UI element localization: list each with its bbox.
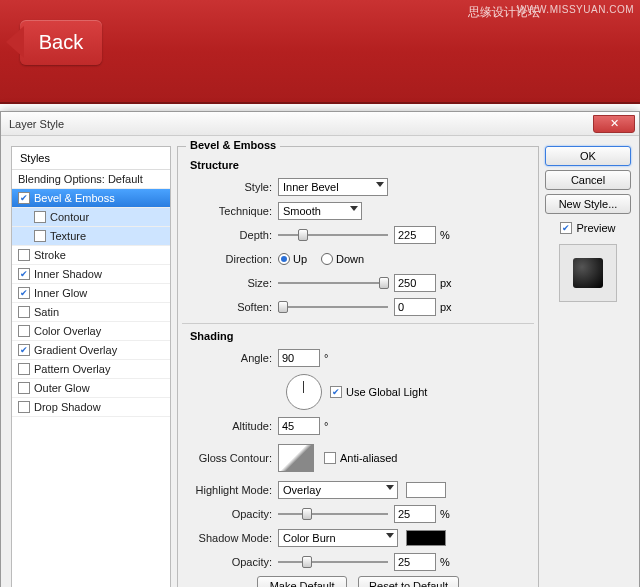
preview-checkbox[interactable] bbox=[560, 222, 572, 234]
checkbox-icon[interactable] bbox=[18, 306, 30, 318]
structure-title: Structure bbox=[190, 159, 528, 171]
new-style-button[interactable]: New Style... bbox=[545, 194, 631, 214]
make-default-button[interactable]: Make Default bbox=[257, 576, 347, 587]
style-row-gradient-overlay[interactable]: Gradient Overlay bbox=[12, 341, 170, 360]
group-title: Bevel & Emboss bbox=[186, 139, 280, 151]
highlight-opacity-slider[interactable] bbox=[278, 507, 388, 521]
highlight-mode-select[interactable]: Overlay bbox=[278, 481, 398, 499]
dialog-buttons: OK Cancel New Style... Preview bbox=[545, 146, 631, 587]
chevron-down-icon bbox=[386, 533, 394, 538]
checkbox-icon[interactable] bbox=[34, 230, 46, 242]
checkbox-icon[interactable] bbox=[18, 344, 30, 356]
soften-slider[interactable] bbox=[278, 300, 388, 314]
checkbox-icon[interactable] bbox=[18, 401, 30, 413]
direction-down-radio[interactable] bbox=[321, 253, 333, 265]
style-row-texture[interactable]: Texture bbox=[12, 227, 170, 246]
tutorial-banner: Back 思缘设计论坛 WWW.MISSYUAN.COM bbox=[0, 0, 640, 104]
styles-list: Styles Blending Options: Default Bevel &… bbox=[11, 146, 171, 587]
checkbox-icon[interactable] bbox=[34, 211, 46, 223]
chevron-down-icon bbox=[350, 206, 358, 211]
highlight-opacity-input[interactable]: 25 bbox=[394, 505, 436, 523]
style-row-color-overlay[interactable]: Color Overlay bbox=[12, 322, 170, 341]
layer-style-dialog: Layer Style ✕ Styles Blending Options: D… bbox=[0, 111, 640, 587]
settings-panel: Bevel & Emboss Structure Style:Inner Bev… bbox=[177, 146, 539, 587]
size-input[interactable]: 250 bbox=[394, 274, 436, 292]
gloss-contour-picker[interactable] bbox=[278, 444, 314, 472]
angle-dial[interactable] bbox=[286, 374, 322, 410]
soften-input[interactable]: 0 bbox=[394, 298, 436, 316]
gloss-label: Gloss Contour: bbox=[188, 452, 278, 464]
depth-label: Depth: bbox=[188, 229, 278, 241]
ok-button[interactable]: OK bbox=[545, 146, 631, 166]
styles-header[interactable]: Styles bbox=[12, 147, 170, 170]
dialog-title: Layer Style bbox=[1, 118, 64, 130]
shadow-opacity-label: Opacity: bbox=[188, 556, 278, 568]
checkbox-icon[interactable] bbox=[18, 268, 30, 280]
size-slider[interactable] bbox=[278, 276, 388, 290]
checkbox-icon[interactable] bbox=[18, 325, 30, 337]
direction-label: Direction: bbox=[188, 253, 278, 265]
style-row-inner-shadow[interactable]: Inner Shadow bbox=[12, 265, 170, 284]
reset-default-button[interactable]: Reset to Default bbox=[358, 576, 459, 587]
titlebar: Layer Style ✕ bbox=[1, 112, 639, 136]
style-row-satin[interactable]: Satin bbox=[12, 303, 170, 322]
close-button[interactable]: ✕ bbox=[593, 115, 635, 133]
angle-label: Angle: bbox=[188, 352, 278, 364]
size-label: Size: bbox=[188, 277, 278, 289]
cancel-button[interactable]: Cancel bbox=[545, 170, 631, 190]
highlight-color-swatch[interactable] bbox=[406, 482, 446, 498]
checkbox-icon[interactable] bbox=[18, 249, 30, 261]
altitude-input[interactable]: 45 bbox=[278, 417, 320, 435]
shading-title: Shading bbox=[190, 330, 528, 342]
close-icon: ✕ bbox=[610, 117, 619, 129]
shadow-mode-select[interactable]: Color Burn bbox=[278, 529, 398, 547]
style-row-contour[interactable]: Contour bbox=[12, 208, 170, 227]
chevron-down-icon bbox=[376, 182, 384, 187]
highlight-opacity-label: Opacity: bbox=[188, 508, 278, 520]
style-row-pattern-overlay[interactable]: Pattern Overlay bbox=[12, 360, 170, 379]
bevel-group: Bevel & Emboss Structure Style:Inner Bev… bbox=[177, 146, 539, 587]
checkbox-icon[interactable] bbox=[18, 382, 30, 394]
shadow-color-swatch[interactable] bbox=[406, 530, 446, 546]
chevron-down-icon bbox=[386, 485, 394, 490]
style-row-outer-glow[interactable]: Outer Glow bbox=[12, 379, 170, 398]
shadow-opacity-slider[interactable] bbox=[278, 555, 388, 569]
technique-select[interactable]: Smooth bbox=[278, 202, 362, 220]
checkbox-icon[interactable] bbox=[18, 287, 30, 299]
depth-slider[interactable] bbox=[278, 228, 388, 242]
preview-thumbnail bbox=[559, 244, 617, 302]
altitude-label: Altitude: bbox=[188, 420, 278, 432]
technique-label: Technique: bbox=[188, 205, 278, 217]
angle-input[interactable]: 90 bbox=[278, 349, 320, 367]
checkbox-icon[interactable] bbox=[18, 363, 30, 375]
depth-input[interactable]: 225 bbox=[394, 226, 436, 244]
style-row-bevel[interactable]: Bevel & Emboss bbox=[12, 189, 170, 208]
back-button: Back bbox=[20, 20, 102, 65]
global-light-checkbox[interactable] bbox=[330, 386, 342, 398]
soften-label: Soften: bbox=[188, 301, 278, 313]
watermark-url: WWW.MISSYUAN.COM bbox=[517, 4, 634, 15]
style-label: Style: bbox=[188, 181, 278, 193]
preview-label: Preview bbox=[576, 222, 615, 234]
shadow-opacity-input[interactable]: 25 bbox=[394, 553, 436, 571]
checkbox-icon[interactable] bbox=[18, 192, 30, 204]
direction-up-radio[interactable] bbox=[278, 253, 290, 265]
style-select[interactable]: Inner Bevel bbox=[278, 178, 388, 196]
blending-options-row[interactable]: Blending Options: Default bbox=[12, 170, 170, 189]
shadow-mode-label: Shadow Mode: bbox=[188, 532, 278, 544]
style-row-drop-shadow[interactable]: Drop Shadow bbox=[12, 398, 170, 417]
highlight-mode-label: Highlight Mode: bbox=[188, 484, 278, 496]
style-row-inner-glow[interactable]: Inner Glow bbox=[12, 284, 170, 303]
style-row-stroke[interactable]: Stroke bbox=[12, 246, 170, 265]
antialias-checkbox[interactable] bbox=[324, 452, 336, 464]
